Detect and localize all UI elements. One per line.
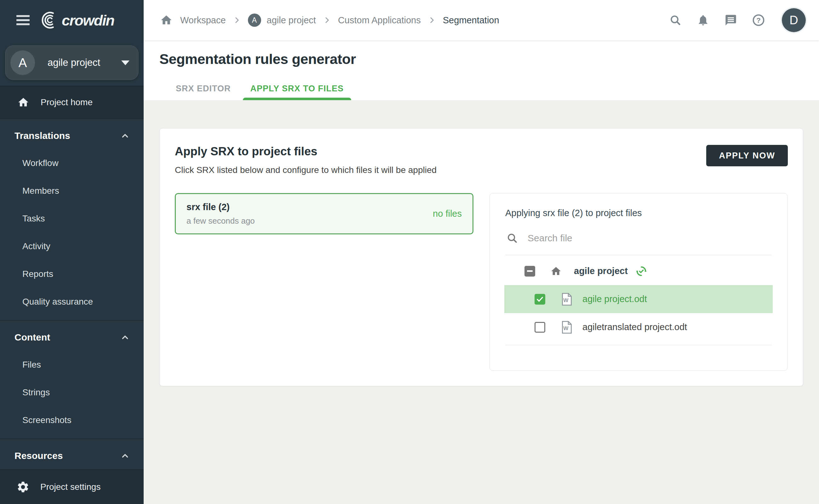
apply-now-button[interactable]: APPLY NOW [706,145,788,166]
breadcrumb: Workspace A agile project Custom Applica… [159,13,499,27]
help-icon: ? [752,14,765,27]
section-resources: Resources [0,439,144,469]
user-avatar[interactable]: D [782,8,806,32]
sidebar: crowdin A agile project Project home Tra… [0,0,144,504]
file-search [506,232,787,244]
breadcrumb-custom-applications[interactable]: Custom Applications [338,15,421,26]
project-selector-wrap: A agile project [0,40,144,86]
apply-files-panel: Applying srx file (2) to project files a… [490,193,787,371]
unchecked-checkbox[interactable] [535,322,545,333]
home-icon [17,96,29,108]
bell-icon [697,14,709,26]
word-document-icon: W [561,293,572,306]
srx-file-item[interactable]: srx file (2) a few seconds ago no files [175,193,473,234]
page-content: Apply SRX to project files Click SRX lis… [144,100,819,504]
tabs: SRX EDITOR APPLY SRX TO FILES [168,77,819,100]
search-button[interactable] [668,13,682,27]
notifications-button[interactable] [696,13,710,27]
chevron-right-icon [323,16,331,24]
topbar-actions: ? D [668,8,806,32]
tree-root-row[interactable]: agile project [504,257,773,285]
crowdin-logo[interactable]: crowdin [39,10,114,30]
svg-text:W: W [563,297,569,303]
checked-checkbox[interactable] [535,294,545,305]
sidebar-item-files[interactable]: Files [0,351,144,379]
section-header-translations[interactable]: Translations [0,122,144,149]
sidebar-item-label: Project home [41,97,93,107]
sidebar-nav: Translations Workflow Members Tasks Acti… [0,118,144,469]
chevron-right-icon [233,16,241,24]
svg-text:W: W [563,325,569,331]
tab-srx-editor[interactable]: SRX EDITOR [168,77,238,100]
indeterminate-checkbox[interactable] [524,266,535,277]
word-document-icon: W [561,321,572,334]
main-area: Workspace A agile project Custom Applica… [144,0,819,504]
section-label: Resources [14,450,63,461]
chevron-right-icon [428,16,436,24]
chevron-up-icon [120,333,130,342]
sidebar-item-tasks[interactable]: Tasks [0,205,144,232]
breadcrumb-home-link[interactable] [159,13,173,27]
section-header-content[interactable]: Content [0,324,144,351]
card-title: Apply SRX to project files [175,145,437,158]
home-icon [550,266,562,277]
search-icon [669,14,682,26]
project-avatar: A [10,50,35,75]
topbar: Workspace A agile project Custom Applica… [144,0,819,40]
breadcrumb-segmentation: Segmentation [443,15,499,26]
breadcrumb-project-label: agile project [267,15,316,26]
sidebar-logo-bar: crowdin [0,0,144,40]
sidebar-item-project-home[interactable]: Project home [0,86,144,118]
sidebar-item-strings[interactable]: Strings [0,379,144,406]
breadcrumb-project[interactable]: A agile project [248,14,316,27]
srx-file-title: srx file (2) [186,202,255,212]
home-icon [160,14,173,26]
svg-text:?: ? [756,16,761,24]
crowdin-app: crowdin A agile project Project home Tra… [0,0,819,504]
chevron-up-icon [120,451,130,461]
sidebar-item-reports[interactable]: Reports [0,260,144,288]
gear-icon [16,480,30,494]
tree-root-label: agile project [574,266,628,276]
page-title: Segmentation rules generator [159,51,819,67]
apply-srx-card: Apply SRX to project files Click SRX lis… [159,128,803,386]
sidebar-item-quality-assurance[interactable]: Quality assurance [0,288,144,316]
section-content: Content Files Strings Screenshots [0,321,144,439]
breadcrumb-workspace[interactable]: Workspace [180,15,226,26]
sidebar-item-members[interactable]: Members [0,177,144,205]
project-selector[interactable]: A agile project [5,45,139,80]
section-header-resources[interactable]: Resources [0,442,144,469]
sync-check-icon[interactable] [635,265,647,277]
file-name: agile project.odt [582,294,647,304]
card-subtitle: Click SRX listed below and configure to … [175,165,437,175]
check-icon [536,295,544,303]
panel-heading: Applying srx file (2) to project files [505,208,787,218]
chevron-up-icon [120,131,130,140]
section-translations: Translations Workflow Members Tasks Acti… [0,119,144,321]
file-row-agile-project-odt[interactable]: W agile project.odt [504,285,773,313]
project-selector-label: agile project [48,57,121,68]
project-avatar: A [248,14,261,27]
card-header: Apply SRX to project files Click SRX lis… [175,145,788,175]
sidebar-item-project-settings[interactable]: Project settings [0,469,144,504]
srx-file-timestamp: a few seconds ago [186,216,255,226]
srx-file-status: no files [433,209,462,219]
card-body: srx file (2) a few seconds ago no files … [175,193,788,371]
section-label: Translations [14,130,70,141]
divider [505,345,772,345]
section-label: Content [14,332,50,343]
search-file-input[interactable] [528,233,748,243]
file-tree: agile project [504,257,773,341]
file-row-agiletranslated-project-odt[interactable]: W agiletranslated project.odt [504,313,773,341]
chat-icon [725,14,737,26]
page-header: Segmentation rules generator SRX EDITOR … [144,40,819,100]
sidebar-item-screenshots[interactable]: Screenshots [0,406,144,434]
crowdin-logo-text: crowdin [62,12,114,29]
chevron-down-icon [121,60,129,65]
sidebar-item-workflow[interactable]: Workflow [0,149,144,177]
messages-button[interactable] [724,13,738,27]
help-button[interactable]: ? [752,13,765,27]
menu-icon[interactable] [16,15,30,25]
sidebar-item-activity[interactable]: Activity [0,232,144,260]
tab-apply-srx-to-files[interactable]: APPLY SRX TO FILES [243,77,352,100]
